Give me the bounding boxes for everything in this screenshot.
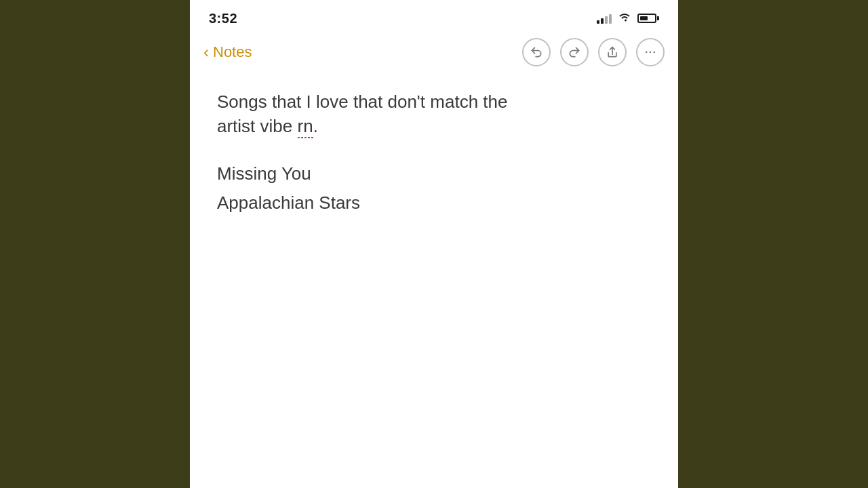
- svg-point-0: [646, 52, 648, 54]
- list-item-2: Appalachian Stars: [217, 190, 651, 216]
- status-time: 3:52: [209, 11, 237, 26]
- undo-button[interactable]: [522, 38, 551, 66]
- toolbar: ‹ Notes: [190, 34, 678, 76]
- battery-icon: [637, 14, 659, 23]
- note-title-line2-prefix: artist vibe: [217, 116, 298, 136]
- redo-button[interactable]: [560, 38, 589, 66]
- wifi-icon: [617, 12, 632, 25]
- status-bar: 3:52: [190, 0, 678, 34]
- status-icons: [597, 12, 659, 25]
- back-label: Notes: [213, 43, 252, 61]
- note-rn-word: rn: [298, 114, 313, 138]
- note-title-suffix: .: [313, 116, 318, 136]
- note-title-line1: Songs that I love that don't match the: [217, 92, 507, 112]
- toolbar-actions: [522, 38, 665, 66]
- more-button[interactable]: [636, 38, 665, 66]
- share-button[interactable]: [598, 38, 627, 66]
- svg-point-2: [654, 52, 656, 54]
- note-title: Songs that I love that don't match the a…: [217, 89, 651, 139]
- back-button[interactable]: ‹ Notes: [203, 43, 252, 62]
- list-item-1: Missing You: [217, 161, 651, 187]
- note-list: Missing You Appalachian Stars: [217, 161, 651, 216]
- svg-point-1: [650, 52, 652, 54]
- chevron-left-icon: ‹: [203, 43, 209, 62]
- signal-icon: [597, 13, 612, 24]
- phone-screen: 3:52: [190, 0, 678, 488]
- note-content: Songs that I love that don't match the a…: [190, 76, 678, 488]
